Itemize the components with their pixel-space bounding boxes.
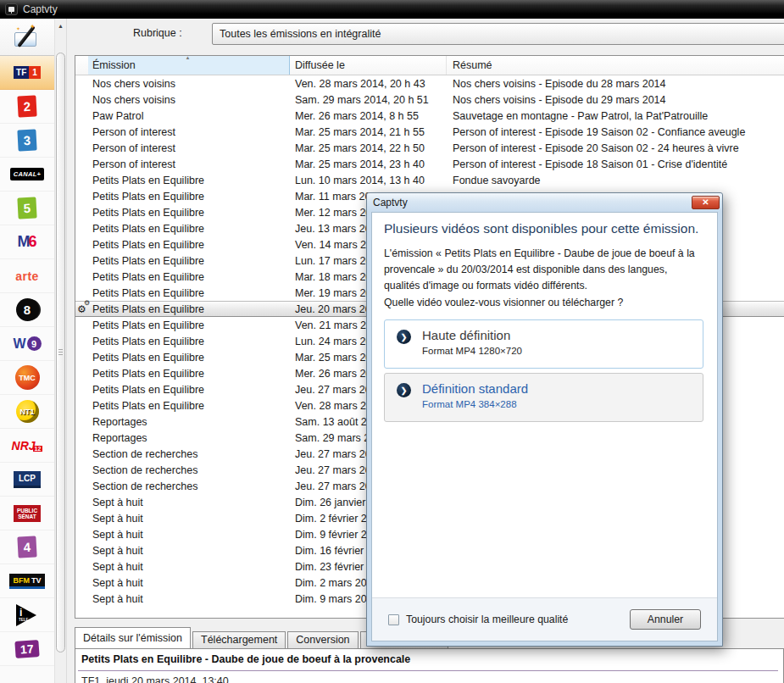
cell-emission: Petits Plats en Equilibre bbox=[88, 191, 290, 203]
cell-emission: Petits Plats en Equilibre bbox=[88, 255, 290, 267]
cell-emission: Sept à huit bbox=[88, 529, 290, 541]
column-header-emission[interactable]: ▲ Émission bbox=[88, 56, 290, 75]
bfmtv-logo-icon: BFMTV bbox=[9, 574, 44, 589]
cell-date: Mar. 25 mars 2014, 23 h 40 bbox=[290, 158, 447, 170]
tf1-logo-icon: TF1 bbox=[14, 66, 41, 79]
processing-gears-icon: ⚙⚙ bbox=[77, 302, 90, 316]
sidebar-item-bfmtv[interactable]: BFMTV bbox=[0, 564, 54, 598]
column-header-resume[interactable]: Résumé bbox=[447, 56, 784, 75]
best-quality-checkbox[interactable] bbox=[388, 614, 399, 625]
table-row[interactable]: Person of interestMar. 25 mars 2014, 21 … bbox=[75, 124, 784, 140]
cell-emission: Petits Plats en Equilibre bbox=[88, 336, 290, 347]
best-quality-checkbox-label: Toujours choisir la meilleure qualité bbox=[406, 614, 568, 625]
cell-emission: Petits Plats en Equilibre bbox=[88, 368, 290, 380]
cell-emission: Petits Plats en Equilibre bbox=[88, 271, 290, 283]
sidebar-item-psenat[interactable]: PUBLIC SÉNAT bbox=[0, 497, 54, 530]
sidebar-item-f5[interactable]: 5 bbox=[0, 192, 54, 225]
cell-resume: Person of interest - Episode 18 Saison 0… bbox=[447, 158, 784, 170]
cell-resume: Person of interest - Episode 20 Saison 0… bbox=[447, 142, 784, 154]
option-haute-definition[interactable]: ❯Haute définitionFormat MP4 1280×720 bbox=[384, 319, 703, 369]
sidebar-item-m6[interactable]: M6 bbox=[0, 225, 54, 259]
cell-emission: Petits Plats en Equilibre bbox=[88, 239, 290, 251]
option-definition-standard[interactable]: ❯Définition standardFormat MP4 384×288 bbox=[384, 373, 703, 422]
cell-emission: Petits Plats en Equilibre bbox=[88, 175, 290, 186]
column-header-diffusee[interactable]: Diffusée le bbox=[290, 56, 447, 75]
sidebar-item-f3[interactable]: 3 bbox=[0, 124, 54, 158]
cell-emission: Petits Plats en Equilibre bbox=[88, 319, 290, 331]
sidebar-item-nrj12[interactable]: NRJ12 bbox=[0, 429, 54, 463]
dialog-question: Quelle vidéo voulez-vous visionner ou té… bbox=[384, 297, 623, 308]
cell-emission: Person of interest bbox=[88, 142, 290, 154]
tab-conversion[interactable]: Conversion bbox=[287, 631, 358, 648]
sidebar-scrollbar[interactable]: ▲ bbox=[54, 19, 66, 683]
cell-emission: Person of interest bbox=[88, 126, 290, 138]
cell-emission: Petits Plats en Equilibre bbox=[88, 223, 290, 235]
sidebar-item-canal[interactable]: CANAL+ bbox=[0, 158, 54, 192]
cell-emission: Section de recherches bbox=[88, 448, 290, 460]
rubrique-combobox[interactable]: Toutes les émissions en intégralité bbox=[212, 23, 784, 45]
sidebar-item-d8[interactable]: 8 bbox=[0, 293, 54, 327]
cell-emission: Sept à huit bbox=[88, 561, 290, 573]
quality-dialog: Captvty ✕ Plusieurs vidéos sont disponib… bbox=[366, 192, 723, 647]
table-row[interactable]: Person of interestMar. 25 mars 2014, 22 … bbox=[75, 140, 784, 156]
sidebar-item-f4[interactable]: 4 bbox=[0, 530, 54, 564]
channel-sidebar: ✦✦ TF123CANAL+5M6arte8W9TMCNT1NRJ12LCPPU… bbox=[0, 19, 54, 683]
cell-date: Mar. 25 mars 2014, 21 h 55 bbox=[290, 126, 447, 138]
dialog-content: Plusieurs vidéos sont disponibles pour c… bbox=[371, 212, 718, 641]
sidebar-item-arte[interactable]: arte bbox=[0, 259, 54, 293]
cell-emission: Petits Plats en Equilibre bbox=[88, 303, 290, 315]
sidebar-item-tmc[interactable]: TMC bbox=[0, 361, 54, 395]
cell-resume: Person of interest - Episode 19 Saison 0… bbox=[447, 126, 784, 138]
cancel-button[interactable]: Annuler bbox=[630, 609, 701, 630]
table-row[interactable]: Nos chers voisinsSam. 29 mars 2014, 20 h… bbox=[75, 92, 784, 108]
itele-logo-icon: iTELE bbox=[16, 604, 38, 626]
dialog-heading: Plusieurs vidéos sont disponibles pour c… bbox=[384, 221, 709, 236]
column-icon bbox=[75, 56, 88, 75]
option-title: Définition standard bbox=[422, 381, 694, 396]
cell-emission: Reportages bbox=[88, 432, 290, 444]
window-title: Captvty bbox=[23, 3, 58, 15]
dialog-titlebar: Captvty ✕ bbox=[367, 193, 722, 212]
sidebar-item-itele[interactable]: iTELE bbox=[0, 598, 54, 632]
cell-resume: Nos chers voisins - Episode du 29 mars 2… bbox=[447, 94, 784, 106]
details-title: Petits Plats en Equilibre - Daube de jou… bbox=[81, 653, 410, 665]
captvty-window: Captvty ✦✦ TF123CANAL+5M6arte8W9TMCNT1NR… bbox=[0, 0, 784, 683]
cell-emission: Petits Plats en Equilibre bbox=[88, 352, 290, 364]
psenat-logo-icon: PUBLIC SÉNAT bbox=[14, 505, 41, 522]
nt1-logo-icon: NT1 bbox=[16, 400, 39, 423]
cell-emission: Sept à huit bbox=[88, 497, 290, 508]
sidebar-item-d17[interactable]: 17 bbox=[0, 632, 54, 666]
dialog-body-text: L'émission « Petits Plats en Equilibre -… bbox=[384, 246, 698, 294]
table-row[interactable]: Nos chers voisinsVen. 28 mars 2014, 20 h… bbox=[75, 75, 784, 92]
magic-wand-icon: ✦✦ bbox=[13, 25, 42, 49]
cell-emission: Nos chers voisins bbox=[88, 78, 290, 90]
w9-logo-icon: W9 bbox=[13, 336, 41, 352]
sidebar-item-w9[interactable]: W9 bbox=[0, 327, 54, 361]
tab-t-l-chargement[interactable]: Téléchargement bbox=[192, 631, 286, 648]
canal-logo-icon: CANAL+ bbox=[10, 168, 44, 180]
cell-emission: Petits Plats en Equilibre bbox=[88, 384, 290, 396]
sidebar-item-tf1[interactable]: TF1 bbox=[0, 56, 54, 90]
table-row[interactable]: Paw PatrolMer. 26 mars 2014, 8 h 55Sauve… bbox=[75, 108, 784, 124]
tab-d-tails-sur-l-mission[interactable]: Détails sur l'émission bbox=[75, 627, 191, 648]
table-row[interactable]: Person of interestMar. 25 mars 2014, 23 … bbox=[75, 156, 784, 172]
sidebar-item-lcp[interactable]: LCP bbox=[0, 463, 54, 497]
cell-resume: Sauvetage en montagne - Paw Patrol, la P… bbox=[447, 110, 784, 122]
dialog-close-button[interactable]: ✕ bbox=[692, 196, 720, 209]
sidebar-item-f2[interactable]: 2 bbox=[0, 90, 54, 124]
option-title: Haute définition bbox=[422, 328, 694, 342]
cell-emission: Sept à huit bbox=[88, 513, 290, 525]
dialog-footer: Toujours choisir la meilleure qualité An… bbox=[372, 597, 717, 641]
m6-logo-icon: M6 bbox=[17, 233, 36, 251]
sidebar-item-nt1[interactable]: NT1 bbox=[0, 395, 54, 429]
cell-emission: Sept à huit bbox=[88, 593, 290, 605]
magic-wand-button[interactable]: ✦✦ bbox=[0, 19, 54, 56]
scrollbar-up-arrow-icon[interactable]: ▲ bbox=[55, 19, 66, 33]
tmc-logo-icon: TMC bbox=[15, 365, 40, 390]
details-meta: TF1, jeudi 20 mars 2014, 13:40 bbox=[81, 675, 229, 683]
f5-logo-icon: 5 bbox=[18, 197, 36, 219]
cell-emission: Section de recherches bbox=[88, 480, 290, 492]
table-row[interactable]: Petits Plats en EquilibreLun. 10 mars 20… bbox=[75, 172, 784, 188]
cell-date: Lun. 10 mars 2014, 13 h 40 bbox=[290, 175, 447, 186]
scrollbar-thumb[interactable] bbox=[56, 53, 65, 652]
